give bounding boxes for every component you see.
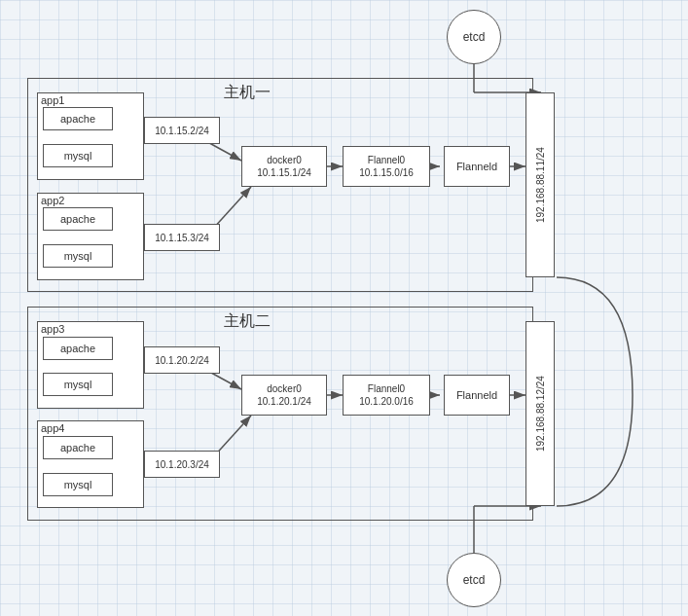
host2-flanneld: Flanneld bbox=[444, 375, 510, 416]
host2-app3-mysql: mysql bbox=[43, 373, 113, 396]
host2-app4-label: app4 bbox=[41, 422, 64, 434]
host1-docker0: docker010.1.15.1/24 bbox=[241, 146, 327, 187]
host2-app3-apache: apache bbox=[43, 337, 113, 360]
host1-app1-ip: 10.1.15.2/24 bbox=[144, 117, 220, 144]
etcd-top: etcd bbox=[447, 10, 501, 64]
diagram-container: etcd etcd 主机一 app1 apache mysql 10.1.15.… bbox=[0, 0, 688, 616]
host1-app2-apache: apache bbox=[43, 207, 113, 231]
etcd-bottom: etcd bbox=[447, 553, 501, 607]
host1-app1-apache: apache bbox=[43, 107, 113, 130]
host2-docker0: docker010.1.20.1/24 bbox=[241, 375, 327, 416]
host2-label: 主机二 bbox=[224, 311, 271, 332]
host2-app3-label: app3 bbox=[41, 323, 64, 335]
host1-label: 主机一 bbox=[224, 83, 271, 103]
host1-app1-mysql: mysql bbox=[43, 144, 113, 167]
host2-app4-ip: 10.1.20.3/24 bbox=[144, 451, 220, 478]
host1-app2-ip: 10.1.15.3/24 bbox=[144, 224, 220, 251]
host1-iface: 192.168.88.11/24 bbox=[525, 92, 555, 277]
host1-flannel0: Flannel010.1.15.0/16 bbox=[343, 146, 430, 187]
host2-iface: 192.168.88.12/24 bbox=[525, 321, 555, 506]
host2-flannel0: Flannel010.1.20.0/16 bbox=[343, 375, 430, 416]
host2-app4-mysql: mysql bbox=[43, 473, 113, 496]
host1-app2-label: app2 bbox=[41, 195, 64, 206]
host1-app1-label: app1 bbox=[41, 94, 64, 106]
host1-app2-mysql: mysql bbox=[43, 244, 113, 268]
host1-flanneld: Flanneld bbox=[444, 146, 510, 187]
host2-app4-apache: apache bbox=[43, 436, 113, 459]
host2-app3-ip: 10.1.20.2/24 bbox=[144, 346, 220, 374]
